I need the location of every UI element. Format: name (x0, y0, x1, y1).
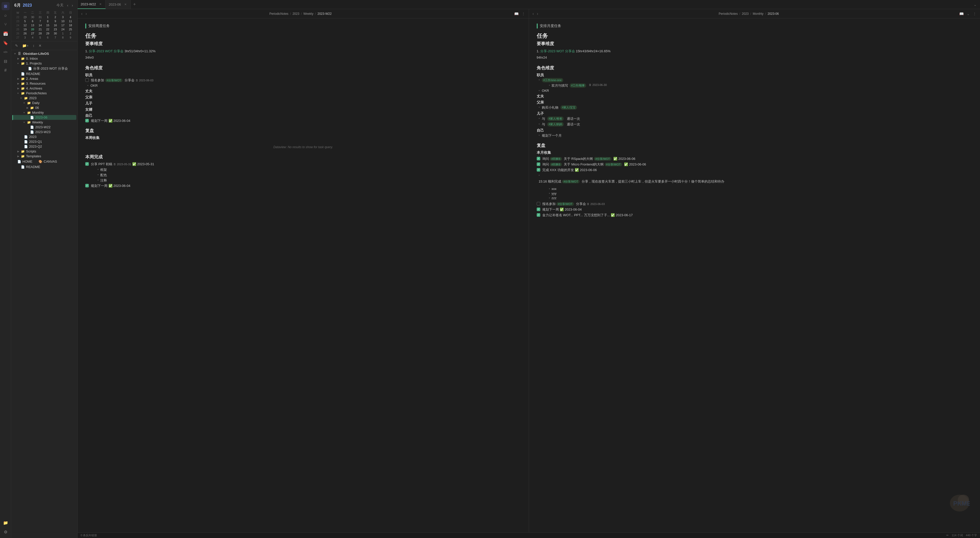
sidebar-item-home[interactable]: 📄 HOME (18, 159, 35, 164)
wot-link-monthly[interactable]: 分享-2023 WOT 分享会 (540, 49, 575, 53)
week-number[interactable]: 24 (14, 23, 21, 27)
calendar-day[interactable]: 10 (59, 19, 67, 23)
sidebar-item-2023-w22[interactable]: ▶ 📄 2023-W22 (12, 125, 76, 130)
calendar-day[interactable]: 29 (44, 31, 52, 35)
calendar-day[interactable]: 22 (44, 27, 52, 31)
sidebar-item-projects[interactable]: ▾ 📁 1. Projects (12, 61, 76, 66)
week-number[interactable]: 22 (14, 15, 21, 19)
calendar-day[interactable]: 9 (67, 35, 74, 40)
calendar-day[interactable]: 30 (52, 31, 59, 35)
calendar-day[interactable]: 23 (52, 27, 59, 31)
sidebar-item-resources[interactable]: ▶ 📁 3. Resources (12, 81, 76, 86)
new-file-button[interactable]: ✎ (14, 43, 19, 48)
sort-button[interactable]: ↕ (32, 43, 36, 48)
calendar-day[interactable]: 1 (59, 31, 67, 35)
sidebar-item-06[interactable]: ▶ 📁 06 (12, 105, 76, 110)
calendar-day[interactable]: 24 (59, 27, 67, 31)
calendar-day[interactable]: 25 (67, 27, 74, 31)
close-sidebar-button[interactable]: ✕ (37, 43, 43, 48)
calendar-day[interactable]: 27 (29, 31, 37, 35)
calendar-day[interactable]: 4 (67, 15, 74, 19)
forward-button-monthly[interactable]: › (536, 11, 539, 17)
week-number[interactable]: 25 (14, 27, 21, 31)
sidebar-item-wot[interactable]: ▶ 📄 分享-2023 WOT 分享会 (12, 66, 76, 71)
done3-checkbox[interactable]: ✓ (537, 213, 540, 217)
new-folder-button[interactable]: 📁+ (21, 43, 30, 48)
calendar-day[interactable]: 3 (21, 35, 29, 40)
sidebar-item-readme[interactable]: ▶ 📄 README (12, 71, 76, 76)
reader-view-button[interactable]: 📖 (513, 11, 520, 16)
micro-checkbox[interactable]: ✓ (537, 162, 540, 166)
done1-checkbox[interactable] (537, 202, 540, 206)
calendar-day[interactable]: 1 (44, 15, 52, 19)
search-icon[interactable]: ⌕ (2, 11, 10, 19)
xxx-checkbox[interactable]: ✓ (537, 168, 540, 171)
calendar-day[interactable]: 17 (59, 23, 67, 27)
task-plan-checkbox[interactable]: ✓ (85, 119, 89, 122)
folder-open-icon[interactable]: 📁 (2, 519, 10, 527)
tab-list-button-monthly[interactable]: ⌄ (966, 11, 971, 16)
sidebar-item-scripts[interactable]: ▶ 📁 Scripts (12, 149, 76, 154)
calendar-day[interactable]: 4 (29, 35, 37, 40)
calendar-day[interactable]: 6 (29, 19, 37, 23)
calendar-day[interactable]: 18 (67, 23, 74, 27)
calendar-day[interactable]: 15 (44, 23, 52, 27)
sidebar-item-readme2[interactable]: ▶ 📄 README (12, 165, 76, 169)
calendar-day[interactable]: 28 (37, 31, 44, 35)
calendar-day[interactable]: 19 (21, 27, 29, 31)
calendar-day[interactable]: 5 (21, 19, 29, 23)
bookmark-icon[interactable]: 🔖 (2, 39, 10, 47)
tab-w22[interactable]: 2023-W22 ✕ (78, 0, 106, 9)
today-button[interactable]: 今天 (55, 3, 65, 8)
branch-icon[interactable]: ⑂ (2, 21, 10, 29)
sidebar-item-canvas[interactable]: 🎨 CANVAS (38, 159, 59, 164)
table-icon[interactable]: ⊟ (2, 57, 10, 65)
back-button-monthly[interactable]: ‹ (531, 11, 535, 17)
ppt-checkbox[interactable]: ✓ (85, 162, 89, 166)
more-options-button-monthly[interactable]: ⋮ (972, 11, 977, 16)
sidebar-item-inbox[interactable]: ▶ 📁 0. Inbox (12, 56, 76, 61)
sidebar-item-2023-yr[interactable]: ▶ 📄 2023 (12, 134, 76, 139)
calendar-day[interactable]: 9 (52, 19, 59, 23)
sidebar-item-2023[interactable]: ▾ 📁 2023 (12, 95, 76, 100)
edit-icon[interactable]: ✏ (946, 534, 948, 537)
tab-list-button[interactable]: ⌄ (972, 2, 978, 7)
calendar-day[interactable]: 20 (29, 27, 37, 31)
sidebar-item-archives[interactable]: ▶ 📁 4. Archives (12, 86, 76, 91)
sidebar-item-2023-q2[interactable]: ▶ 📄 2023-Q2 (12, 144, 76, 149)
sidebar-item-2023-q1[interactable]: ▶ 📄 2023-Q1 (12, 139, 76, 144)
calendar-day[interactable]: 2 (67, 31, 74, 35)
calendar-day[interactable]: 16 (52, 23, 59, 27)
calendar-icon[interactable]: 📅 (2, 30, 10, 38)
tab-w22-close[interactable]: ✕ (99, 2, 102, 6)
sidebar-item-daily[interactable]: ▾ 📁 Daily (12, 100, 76, 105)
new-tab-button[interactable]: + (130, 2, 138, 7)
plan-checkbox[interactable]: ✓ (85, 184, 89, 187)
calendar-day[interactable]: 21 (37, 27, 44, 31)
calendar-day[interactable]: 3 (59, 15, 67, 19)
calendar-day[interactable]: 29 (21, 15, 29, 19)
calendar-day[interactable]: 12 (21, 23, 29, 27)
tag-icon[interactable]: # (2, 66, 10, 75)
rspack-checkbox[interactable]: ✓ (537, 157, 540, 160)
week-number[interactable]: 23 (14, 19, 21, 23)
sidebar-item-periodicnotes[interactable]: ▾ 📁 PeriodicNotes (12, 91, 76, 95)
sidebar-item-monthly[interactable]: ▾ 📁 Monthly (12, 110, 76, 115)
calendar-day[interactable]: 11 (67, 19, 74, 23)
sidebar-item-2023-w23[interactable]: ▶ 📄 2023-W23 (12, 130, 76, 134)
wot-link-weekly[interactable]: 分享-2023 WOT 分享会 (89, 49, 124, 53)
calendar-day[interactable]: 30 (29, 15, 37, 19)
sidebar-item-templates[interactable]: ▶ 📁 Templates (12, 154, 76, 159)
calendar-day[interactable]: 6 (44, 35, 52, 40)
calendar-day[interactable]: 2 (52, 15, 59, 19)
calendar-day[interactable]: 8 (44, 19, 52, 23)
tree-root[interactable]: ▾ 🗄 Obsidian-LifeOS (12, 51, 76, 56)
week-number[interactable]: 26 (14, 31, 21, 35)
sidebar-item-2023-06[interactable]: ▶ 📄 2023-06 (12, 115, 76, 120)
calendar-day[interactable]: 14 (37, 23, 44, 27)
calendar-day[interactable]: 8 (59, 35, 67, 40)
done2-checkbox[interactable]: ✓ (537, 208, 540, 211)
back-button[interactable]: ‹ (80, 11, 83, 17)
prev-month-button[interactable]: ‹ (66, 3, 70, 8)
calendar-day[interactable]: 31 (37, 15, 44, 19)
